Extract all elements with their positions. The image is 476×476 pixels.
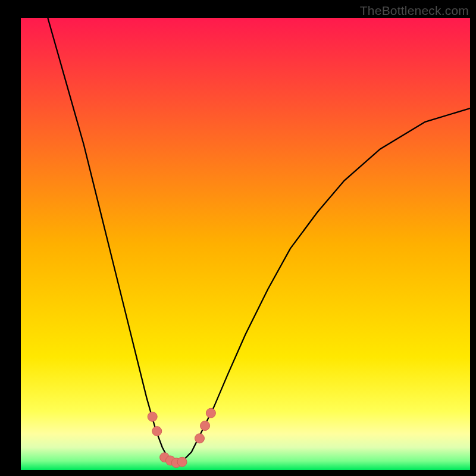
curve-marker	[206, 408, 215, 418]
bottleneck-chart	[0, 0, 476, 476]
gradient-background	[21, 18, 470, 470]
watermark-text: TheBottleneck.com	[360, 4, 469, 18]
curve-marker	[152, 427, 162, 436]
chart-container: { "watermark": "TheBottleneck.com", "col…	[0, 0, 476, 476]
curve-marker	[195, 434, 204, 443]
curve-marker	[177, 457, 187, 466]
curve-marker	[148, 412, 157, 421]
plot-area	[21, 18, 470, 470]
curve-marker	[201, 421, 210, 431]
